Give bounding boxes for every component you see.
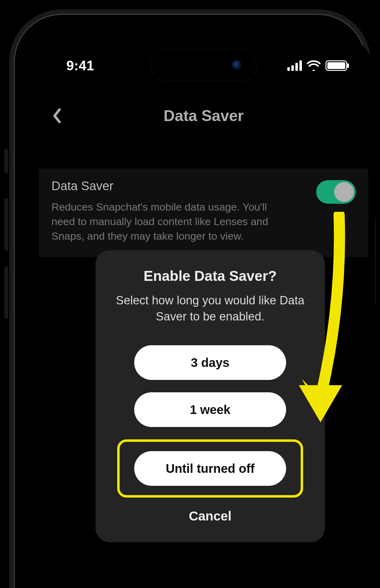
option-3-days-button[interactable]: 3 days: [134, 345, 286, 380]
back-button[interactable]: [51, 107, 63, 125]
phone-volume-up: [4, 198, 9, 251]
annotation-highlight-box: Until turned off: [117, 439, 303, 498]
modal-subtitle: Select how long you would like Data Save…: [112, 292, 309, 325]
nav-header: Data Saver: [32, 97, 375, 134]
toggle-knob-icon: [334, 182, 354, 202]
option-1-week-button[interactable]: 1 week: [134, 392, 286, 427]
option-until-turned-off-button[interactable]: Until turned off: [134, 451, 286, 486]
data-saver-setting-row: Data Saver Reduces Snapchat's mobile dat…: [39, 168, 368, 257]
phone-frame: 9:41 Data Saver: [9, 9, 371, 588]
data-saver-toggle[interactable]: [316, 180, 356, 204]
modal-title: Enable Data Saver?: [109, 268, 311, 284]
cancel-button[interactable]: Cancel: [109, 509, 311, 524]
page-title: Data Saver: [164, 107, 244, 125]
cellular-signal-icon: [287, 60, 302, 71]
wifi-icon: [307, 60, 320, 71]
setting-label: Data Saver: [51, 179, 293, 193]
battery-icon: [325, 60, 347, 71]
phone-screen: 9:41 Data Saver: [32, 32, 375, 588]
enable-data-saver-modal: Enable Data Saver? Select how long you w…: [95, 250, 325, 542]
phone-silent-switch: [4, 149, 9, 173]
status-time: 9:41: [66, 58, 94, 73]
setting-description: Reduces Snapchat's mobile data usage. Yo…: [51, 200, 293, 243]
phone-volume-down: [4, 266, 9, 319]
status-bar: 9:41: [32, 50, 375, 81]
status-icons: [287, 60, 347, 71]
